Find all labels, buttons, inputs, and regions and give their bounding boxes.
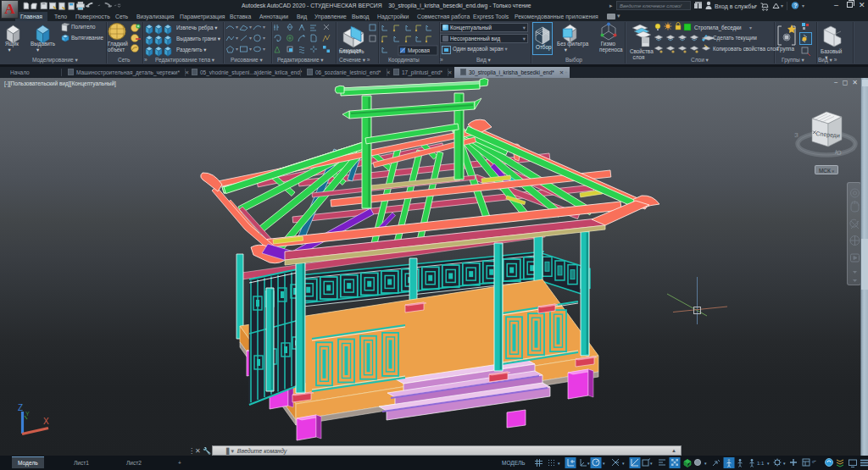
- svg-text:МОДЕЛЬ: МОДЕЛЬ: [502, 460, 526, 467]
- svg-text:▾: ▾: [704, 461, 707, 466]
- svg-text:º˘: º˘: [812, 460, 817, 466]
- svg-text:▾: ▾: [783, 461, 786, 466]
- svg-text:Z: Z: [18, 403, 23, 412]
- svg-text:X: X: [43, 417, 49, 426]
- svg-text:1:1: 1:1: [757, 461, 765, 466]
- svg-text:▾: ▾: [767, 461, 770, 466]
- svg-text:Y: Y: [25, 411, 30, 417]
- svg-text:▾: ▾: [650, 461, 653, 466]
- svg-text:З: З: [794, 131, 798, 139]
- svg-text:▾: ▾: [622, 461, 625, 466]
- svg-text:▾: ▾: [587, 461, 590, 466]
- svg-text:▾: ▾: [603, 461, 605, 466]
- svg-text:▾: ▾: [558, 461, 560, 466]
